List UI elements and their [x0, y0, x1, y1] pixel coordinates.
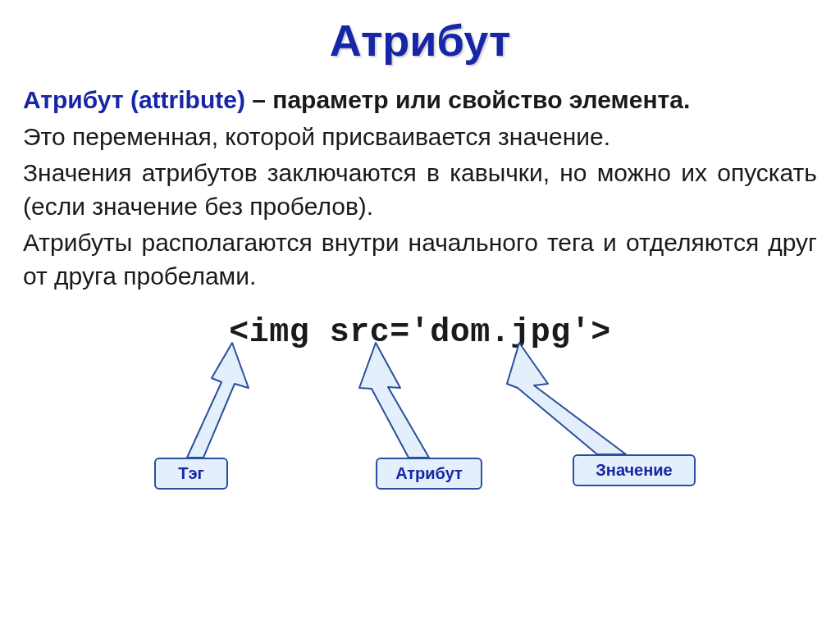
- callout-attribute: Атрибут: [376, 458, 482, 490]
- svg-marker-0: [187, 343, 249, 458]
- body-text: Атрибут (attribute) – параметр или свойс…: [23, 84, 817, 293]
- slide-title: Атрибут: [23, 15, 817, 66]
- term-attribute: Атрибут (attribute): [23, 86, 245, 113]
- callout-area: Тэг Атрибут Значение: [23, 351, 817, 515]
- slide: Атрибут Атрибут (attribute) – параметр и…: [0, 0, 840, 629]
- code-example: <img src='dom.jpg'>: [23, 314, 817, 351]
- pointer-value: [507, 351, 655, 458]
- pointer-tag: [187, 351, 253, 462]
- callout-value: Значение: [573, 454, 696, 486]
- svg-marker-2: [507, 343, 626, 454]
- svg-marker-1: [359, 343, 429, 458]
- paragraph-2: Это переменная, которой присваивается зн…: [23, 121, 817, 154]
- paragraph-1: Атрибут (attribute) – параметр или свойс…: [23, 84, 817, 117]
- callout-tag: Тэг: [154, 458, 228, 490]
- paragraph-1-rest: – параметр или свойство элемента.: [245, 86, 690, 113]
- paragraph-4: Атрибуты располагаются внутри начального…: [23, 226, 817, 293]
- pointer-attribute: [359, 351, 458, 462]
- paragraph-3: Значения атрибутов заключаются в кавычки…: [23, 157, 817, 223]
